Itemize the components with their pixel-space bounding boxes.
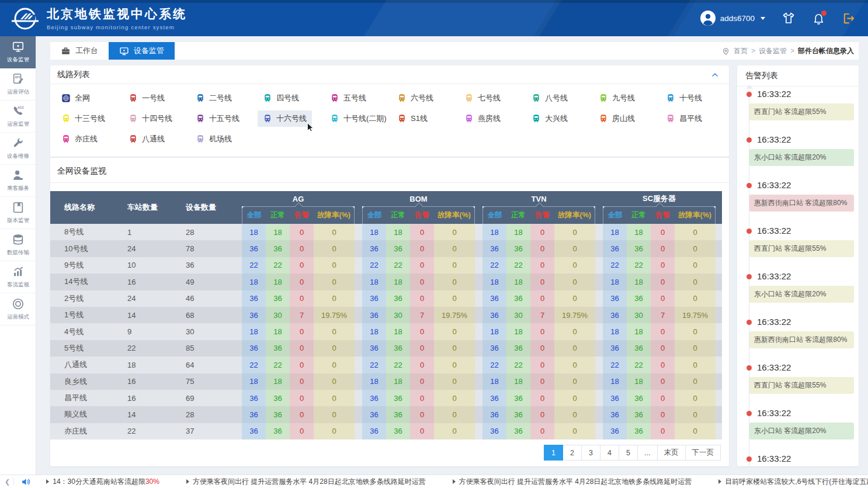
line-item-十号线[interactable]: 十号线 [661,90,707,106]
alarm-time: 16:33:22 [757,134,854,144]
page-button-1[interactable]: 1 [544,445,563,461]
table-row[interactable]: 9号线1036222200222200222200222200 [50,257,722,274]
table-row[interactable]: 八通线1864222200222200222200222200 [50,357,722,373]
alarm-time: 16:33:22 [757,362,854,372]
alarm-time: 16:33:22 [757,408,854,418]
book-icon [12,201,25,214]
line-item-机场线[interactable]: 机场线 [190,131,237,147]
page-button-末页[interactable]: 末页 [657,445,686,461]
table-row[interactable]: 2号线2446363600363600363600363600 [50,290,722,307]
line-item-燕房线[interactable]: 燕房线 [459,110,506,127]
ticker-item: 目前呼家楼站客流较大,6号线下行(开往海淀五路居方向)在呼家楼站采取部分在呼家楼… [718,477,868,487]
line-item-九号线[interactable]: 九号线 [593,90,640,106]
alarm-dot-icon [747,456,752,462]
theme-icon[interactable] [782,11,796,25]
line-item-十号线(二期)[interactable]: 十号线(二期) [325,110,392,127]
tab-工作台[interactable]: 工作台 [50,42,109,60]
line-item-一号线[interactable]: 一号线 [123,90,170,106]
line-item-S1线[interactable]: S1线 [392,110,433,127]
line-item-十三号线[interactable]: 十三号线 [56,110,110,127]
sidebar-item-运营监管[interactable]: ACC运营监管 [0,101,36,133]
notification-badge [821,11,827,16]
person-icon [12,169,25,182]
alarm-item: 16:33:22东小口站 客流超限20% [737,408,859,439]
sidebar-item-版本监管[interactable]: 版本监管 [0,197,36,229]
app-title: 北京地铁监视中心系统 [47,6,187,22]
alarm-time: 16:33:22 [757,454,854,463]
line-item-十五号线[interactable]: 十五号线 [190,110,245,127]
sidebar-item-数据传输[interactable]: 数据传输 [0,229,36,261]
sidebar-item-乘客服务[interactable]: 乘客服务 [0,165,36,197]
train-icon [532,94,541,103]
sidebar-item-设备监管[interactable]: 设备监管 [0,36,36,68]
line-item-四号线[interactable]: 四号线 [258,90,304,106]
alarm-item: 16:33:22西直门站 客流超限55% [737,226,859,257]
table-row[interactable]: 昌平线1669363600363600363600363600 [50,390,722,406]
table-row[interactable]: 亦庄线2237363600363600363600363600 [50,423,722,439]
line-item-六号线[interactable]: 六号线 [392,90,439,106]
page-button-4[interactable]: 4 [600,445,619,461]
collapse-panel-icon[interactable] [710,70,720,79]
line-item-昌平线[interactable]: 昌平线 [661,110,707,127]
logout-icon[interactable] [842,12,855,25]
table-row[interactable]: 10号线2478363600363600363600363600 [50,240,722,257]
alarm-message: 惠新西街南口站 客流超限80% [749,195,854,212]
train-icon [129,114,138,123]
breadcrumb-item[interactable]: 设备监管 [759,46,787,56]
sidebar-item-客流监视[interactable]: 客流监视 [0,261,36,293]
line-item-十四号线[interactable]: 十四号线 [123,110,178,127]
page-button-下一页[interactable]: 下一页 [685,445,721,461]
line-list-title: 线路列表 [57,70,90,80]
alarm-dot-icon [747,411,752,416]
page-button-5[interactable]: 5 [619,445,638,461]
rings-icon [12,297,25,310]
tab-设备监管[interactable]: 设备监管 [109,42,175,60]
line-item-房山线[interactable]: 房山线 [593,110,640,127]
train-icon [61,134,71,144]
page-button-3[interactable]: 3 [581,445,600,461]
line-item-八通线[interactable]: 八通线 [123,131,170,147]
sidebar-item-设备维修[interactable]: 设备维修 [0,133,36,165]
line-item-大兴线[interactable]: 大兴线 [526,110,573,127]
network-icon [61,94,71,103]
table-row[interactable]: 4号线930181800181800181800181800 [50,323,722,340]
table-row[interactable]: 5号线2285363600363600363600363600 [50,340,722,357]
alarm-item: 16:33:22惠新西街南口站 客流超限80% [737,317,859,348]
train-icon [196,94,205,103]
table-row[interactable]: 良乡线1675181800181800181800181800 [50,373,722,390]
alarm-time: 16:33:22 [757,89,854,99]
line-item-七号线[interactable]: 七号线 [459,90,506,106]
device-monitor-panel: 全网设备监视 线路名称车站数量设备数量AGBOMTVNSC服务器全部正常告警故障… [50,158,729,466]
line-item-五号线[interactable]: 五号线 [325,90,371,106]
page-button-2[interactable]: 2 [563,445,582,461]
line-item-全网[interactable]: 全网 [56,90,95,106]
alarm-dot-icon [747,274,752,279]
ticker-collapse-icon[interactable]: ❮ [0,478,14,486]
avatar [700,11,716,26]
table-row[interactable]: 8号线128181800181800181800181800 [50,224,722,240]
svg-text:ACC: ACC [18,106,24,109]
table-row[interactable]: 顺义线1428363600363600363600363600 [50,406,722,423]
sidebar-item-运营模式[interactable]: 运营模式 [0,293,36,326]
device-monitor-title: 全网设备监视 [57,166,106,175]
page-button-...[interactable]: ... [637,445,657,461]
alarm-message: 东小口站 客流超限20% [749,423,854,439]
line-item-十六号线[interactable]: 十六号线 [258,110,312,127]
line-item-亦庄线[interactable]: 亦庄线 [56,131,103,147]
alarm-message: 西直门站 客流超限55% [749,240,854,257]
alarm-item: 16:33:22惠新西街南口站 客流超限80% [737,180,859,212]
ticker-item: 14：30分天通苑南站客流超限30% [46,477,159,487]
line-item-八号线[interactable]: 八号线 [526,90,573,106]
train-icon [196,114,205,123]
username: adds6700 [720,14,755,23]
table-row[interactable]: 1号线14683630719.75%3630719.75%3630719.75%… [50,307,722,323]
notifications-icon[interactable] [812,12,825,25]
ticker-item: 方便乘客夜间出行 提升运营服务水平 4月28日起北京地铁多条线路延时运营 [186,477,426,487]
mouse-cursor-icon [305,122,315,132]
line-item-二号线[interactable]: 二号线 [190,90,237,106]
ticker-item: 方便乘客夜间出行 提升运营服务水平 4月28日起北京地铁多条线路延时运营 [453,477,692,487]
sidebar-item-运营评估[interactable]: AFC运营评估 [0,68,36,101]
breadcrumb-item[interactable]: 首页 [734,46,748,56]
table-row[interactable]: 14号线1649181800181800181800181800 [50,274,722,290]
user-menu[interactable]: adds6700 [700,11,765,26]
